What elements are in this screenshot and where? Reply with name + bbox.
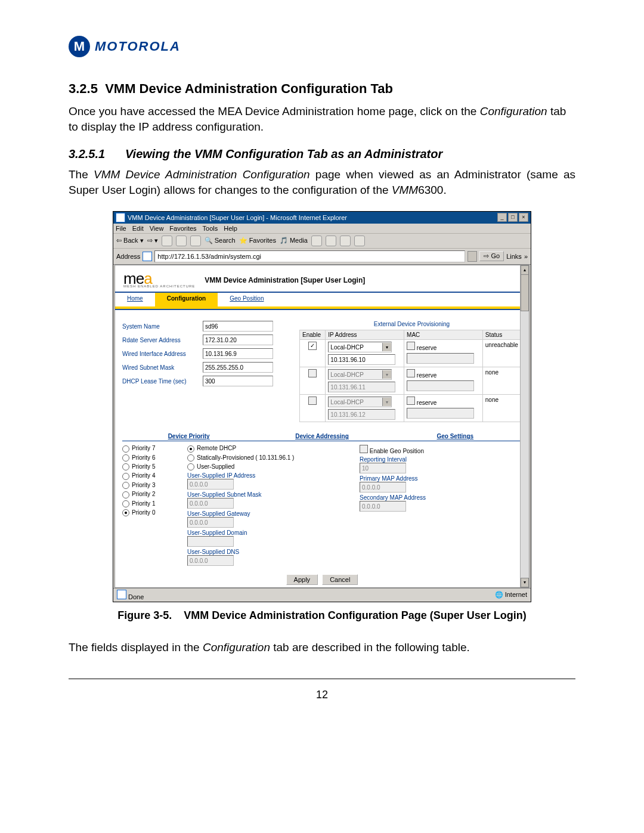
menu-bar[interactable]: FileEditViewFavoritesToolsHelp	[113, 224, 531, 234]
edp-title: External Device Provisioning	[299, 321, 524, 327]
reserve-checkbox	[407, 369, 415, 377]
page-title: VMM Device Administration [Super User Lo…	[205, 276, 365, 284]
addressing-radio[interactable]	[187, 463, 194, 470]
refresh-icon[interactable]	[176, 236, 187, 246]
dhcp-lease-input[interactable]: 300	[203, 376, 273, 386]
rdate-input[interactable]: 172.31.0.20	[203, 335, 273, 345]
user-gateway-input: 0.0.0.0	[187, 517, 234, 528]
scroll-down-icon[interactable]: ▾	[521, 578, 529, 587]
tab-geo-position[interactable]: Geo Position	[218, 293, 275, 306]
edp-table: EnableIP AddressMACStatus ✓ Local-DHCP▾ …	[299, 330, 524, 422]
figure-caption: Figure 3-5. VMM Device Administration Co…	[69, 609, 575, 622]
section-heading: 3.2.5 VMM Device Administration Configur…	[69, 81, 575, 97]
address-bar: Address http://172.16.1.53/admin/system.…	[113, 249, 531, 265]
favorites-button[interactable]: ⭐ Favorites	[239, 237, 276, 244]
status-bar: Done 🌐 Internet	[113, 588, 531, 602]
stop-icon[interactable]	[162, 236, 172, 246]
links-label[interactable]: Links	[506, 253, 522, 260]
rdate-label: Rdate Server Address	[122, 337, 203, 343]
device-addressing-column: Remote DHCP Statically-Provisioned ( 10.…	[187, 445, 357, 568]
subnet-label: Wired Subnet Mask	[122, 364, 203, 371]
priority-radio[interactable]	[122, 509, 129, 516]
ip-input[interactable]: 10.131.96.10	[328, 354, 395, 365]
search-button[interactable]: 🔍 Search	[205, 237, 236, 244]
wired-if-input[interactable]: 10.131.96.9	[203, 348, 273, 359]
subsection-paragraph: The VMM Device Administration Configurat…	[69, 167, 575, 197]
ip-mode-select: Local-DHCP▾	[328, 369, 392, 380]
priority-radio[interactable]	[122, 463, 129, 470]
scrollbar[interactable]: ▴ ▾	[520, 265, 529, 587]
subnet-input[interactable]: 255.255.255.0	[203, 362, 273, 373]
back-button[interactable]: ⇦ Back ▾	[116, 237, 144, 244]
ip-mode-select[interactable]: Local-DHCP▾	[328, 342, 392, 352]
motorola-logo-icon: M	[69, 36, 90, 57]
user-dns-input: 0.0.0.0	[187, 555, 234, 566]
table-row: Local-DHCP▾ 10.131.96.11 reserve none	[300, 367, 524, 395]
page-icon	[117, 590, 126, 599]
mac-input	[407, 408, 474, 419]
enable-checkbox[interactable]: ✓	[308, 342, 317, 350]
user-domain-input	[187, 536, 234, 547]
page-content: ▴ ▾ mea MESH ENABLED ARCHITECTURE VMM De…	[114, 265, 530, 588]
intro-paragraph: Once you have accessed the MEA Device Ad…	[69, 104, 575, 134]
enable-geo-checkbox[interactable]	[360, 445, 368, 453]
primary-map-input: 0.0.0.0	[360, 482, 406, 493]
reserve-checkbox	[407, 397, 415, 405]
url-dropdown[interactable]	[467, 251, 477, 262]
priority-radio[interactable]	[122, 454, 129, 462]
tab-bar: Home Configuration Geo Position	[115, 293, 529, 306]
forward-button[interactable]: ⇨ ▾	[147, 237, 158, 244]
brand-name: MOTOROLA	[95, 39, 181, 54]
user-ip-input: 0.0.0.0	[187, 479, 234, 490]
reporting-interval-input: 10	[360, 463, 406, 473]
priority-radio[interactable]	[122, 482, 129, 489]
enable-checkbox[interactable]	[308, 397, 317, 405]
go-button[interactable]: ⇨ Go	[479, 251, 504, 261]
ip-input: 10.131.96.11	[328, 382, 395, 392]
reserve-checkbox[interactable]	[407, 342, 415, 350]
tab-home[interactable]: Home	[115, 293, 155, 306]
minimize-button[interactable]: _	[497, 213, 507, 222]
close-button[interactable]: ×	[519, 213, 528, 222]
enable-checkbox[interactable]	[308, 369, 317, 377]
priority-radio[interactable]	[122, 473, 129, 480]
priority-radio[interactable]	[122, 445, 129, 453]
screenshot-ie-window: VMM Device Administration [Super User Lo…	[113, 211, 531, 602]
page-icon	[143, 252, 152, 261]
ip-mode-select: Local-DHCP▾	[328, 397, 392, 407]
priority-radio[interactable]	[122, 491, 129, 498]
url-input[interactable]: http://172.16.1.53/admin/system.cgi	[154, 250, 465, 262]
ip-input: 10.131.96.12	[328, 409, 395, 420]
geo-settings-column: Enable Geo Position Reporting Interval10…	[360, 445, 522, 568]
subsection-heading: 3.2.5.1Viewing the VMM Configuration Tab…	[69, 147, 575, 161]
system-name-input[interactable]: sd96	[203, 321, 273, 332]
apply-button[interactable]: Apply	[286, 574, 318, 585]
dhcp-lease-label: DHCP Lease Time (sec)	[122, 378, 203, 385]
addressing-radio[interactable]	[187, 454, 194, 462]
tab-configuration[interactable]: Configuration	[155, 293, 218, 306]
closing-paragraph: The fields displayed in the Configuratio…	[69, 640, 575, 655]
home-icon[interactable]	[190, 236, 201, 246]
wired-if-label: Wired Interface Address	[122, 351, 203, 357]
footer-rule	[69, 679, 575, 679]
scroll-thumb[interactable]	[521, 274, 529, 311]
brand-header: M MOTOROLA	[69, 36, 575, 57]
priority-radio[interactable]	[122, 500, 129, 507]
table-row: Local-DHCP▾ 10.131.96.12 reserve none	[300, 395, 524, 422]
ie-icon	[116, 213, 125, 222]
window-titlebar: VMM Device Administration [Super User Lo…	[113, 212, 531, 224]
window-title: VMM Device Administration [Super User Lo…	[128, 214, 347, 221]
media-button[interactable]: 🎵 Media	[280, 237, 308, 244]
cancel-button[interactable]: Cancel	[322, 574, 358, 585]
mail-icon[interactable]	[326, 236, 336, 246]
device-priority-column: Priority 7 Priority 6 Priority 5 Priorit…	[122, 445, 185, 568]
maximize-button[interactable]: □	[508, 213, 518, 222]
section-headers: Device PriorityDevice AddressingGeo Sett…	[122, 433, 522, 441]
addressing-radio[interactable]	[187, 445, 194, 453]
edit-icon[interactable]	[354, 236, 365, 246]
user-subnet-input: 0.0.0.0	[187, 498, 234, 509]
print-icon[interactable]	[340, 236, 351, 246]
scroll-up-icon[interactable]: ▴	[521, 265, 529, 275]
history-icon[interactable]	[311, 236, 322, 246]
page-number: 12	[69, 689, 575, 701]
